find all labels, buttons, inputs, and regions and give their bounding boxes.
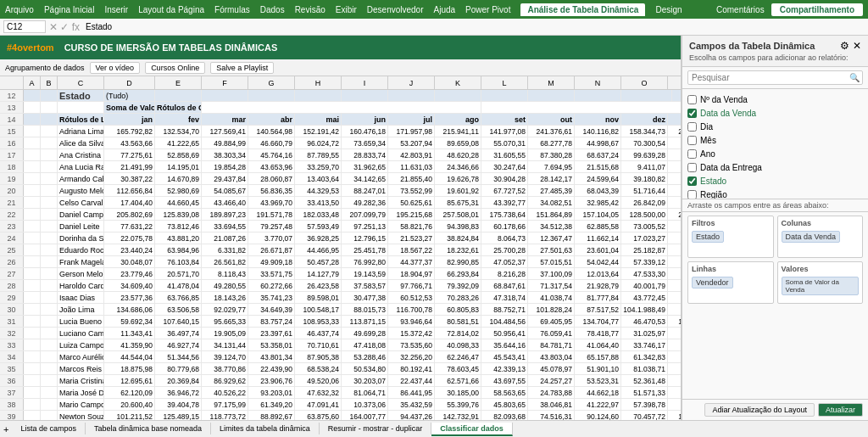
value-cell: 11.662,14: [575, 233, 621, 244]
formula-divider: ✕ ✓ fx: [49, 21, 80, 33]
value-cell: 50.457,28: [295, 256, 342, 267]
field-checkbox[interactable]: [687, 190, 697, 199]
sheet-tab[interactable]: Resumir - mostrar - duplicar: [320, 423, 432, 434]
ver-video-btn[interactable]: Ver o vídeo: [90, 62, 141, 74]
row-num: 20: [0, 185, 24, 196]
cursos-online-btn[interactable]: Cursos Online: [145, 62, 205, 74]
sheet-tab[interactable]: Classificar dados: [431, 423, 513, 436]
field-checkbox[interactable]: [687, 176, 697, 186]
field-list-items: Nº da VendaData da VendaDiaMêsAnoData da…: [687, 92, 863, 199]
comments-button[interactable]: Comentários: [716, 5, 765, 14]
cell: [41, 256, 58, 267]
sheet-tab[interactable]: Limites da tabela dinâmica: [211, 423, 320, 434]
columns-tag[interactable]: Data da Venda: [782, 231, 841, 243]
cell: [41, 363, 58, 374]
value-cell: 697.501,07: [668, 387, 681, 398]
menu-revisao[interactable]: Revisão: [295, 5, 326, 14]
rows-area[interactable]: Linhas Vendedor: [687, 261, 774, 304]
value-cell: 118.773,72: [202, 411, 248, 420]
table-row: 32Luciano Camargo11.343,4136.497,7419.90…: [0, 328, 681, 339]
menu-power-pivot[interactable]: Power Pivot: [465, 5, 510, 14]
table-row: 28Haroldo Cardoso34.609,4041.478,0449.28…: [0, 280, 681, 292]
cell[interactable]: [41, 90, 58, 101]
field-checkbox[interactable]: [687, 149, 697, 159]
columns-area[interactable]: Colunas Data da Venda: [777, 216, 864, 258]
salve-playlist-btn[interactable]: Salve a Playlist: [210, 62, 274, 74]
menu-inserir[interactable]: Inserir: [104, 5, 128, 14]
settings-icon[interactable]: ⚙: [840, 40, 849, 52]
menu-arquivo[interactable]: Arquivo: [5, 5, 34, 14]
menu-ajuda[interactable]: Ajuda: [434, 5, 456, 14]
value-cell: 73.005,52: [621, 221, 668, 232]
value-cell: 79.392,09: [435, 280, 481, 291]
value-cell: 100.548,17: [295, 304, 342, 315]
value-cell: 39.180,82: [621, 173, 668, 184]
share-button[interactable]: Compartilhamento: [771, 3, 863, 16]
value-cell: 14.670,89: [155, 173, 202, 184]
value-cell: 77.275,61: [104, 149, 155, 160]
value-cell: 20.571,70: [155, 268, 202, 279]
menu-formulas[interactable]: Fórmulas: [214, 5, 250, 14]
value-cell: 307.596,19: [668, 268, 681, 279]
vendor-name-cell: Marcos Reis: [58, 363, 104, 374]
value-cell: 141.977,08: [481, 126, 528, 137]
vendor-name-cell: Luciano Camargo: [58, 328, 104, 339]
value-cell: 82.093,68: [481, 411, 528, 420]
field-checkbox[interactable]: [687, 109, 697, 118]
value-cell: 49.282,36: [342, 197, 388, 208]
field-item[interactable]: Data da Venda: [687, 106, 863, 120]
value-cell: 611.951,46: [668, 256, 681, 267]
add-sheet-btn[interactable]: +: [0, 424, 12, 434]
field-item[interactable]: Estado: [687, 174, 863, 188]
values-tag[interactable]: Soma de Valor da Venda: [782, 277, 860, 295]
field-item[interactable]: Data da Entrega: [687, 160, 863, 174]
menu-dados[interactable]: Dados: [260, 5, 285, 14]
value-cell: 43.697,55: [481, 375, 528, 386]
filters-tag[interactable]: Estado: [692, 231, 724, 243]
filters-area[interactable]: Filtros Estado: [687, 216, 774, 258]
menu-pagina-inicial[interactable]: Página Inicial: [44, 5, 94, 14]
close-icon[interactable]: ✕: [853, 40, 861, 52]
table-row: 15Adriana Lima165.792,82132.534,70127.56…: [0, 126, 681, 137]
cell[interactable]: [24, 90, 41, 101]
rows-tag[interactable]: Vendedor: [692, 277, 733, 289]
values-area[interactable]: Valores Soma de Valor da Venda: [777, 261, 864, 304]
menu-desenvolvedor[interactable]: Desenvolvedor: [367, 5, 424, 14]
value-cell: 97.766,71: [388, 280, 435, 291]
value-cell: 70.300,54: [621, 137, 668, 148]
cell-reference-input[interactable]: [3, 20, 46, 33]
field-item[interactable]: Região: [687, 188, 863, 199]
update-btn[interactable]: Atualizar: [818, 403, 863, 417]
field-list: Nº da VendaData da VendaDiaMêsAnoData da…: [682, 89, 868, 199]
field-item[interactable]: Dia: [687, 120, 863, 133]
value-cell: 27.501,63: [528, 244, 575, 255]
menu-design[interactable]: Design: [655, 5, 682, 14]
sheet-tab[interactable]: Tabela dinâmica base nomeada: [86, 423, 211, 434]
panel-search: 🔍: [682, 67, 868, 89]
field-checkbox[interactable]: [687, 163, 697, 172]
field-checkbox[interactable]: [687, 136, 697, 145]
field-item[interactable]: Nº da Venda: [687, 92, 863, 106]
cell: [481, 90, 528, 101]
field-checkbox[interactable]: [687, 122, 697, 132]
value-cell: 70.457,72: [621, 411, 668, 420]
menu-analise[interactable]: Análise de Tabela Dinâmica: [520, 3, 645, 16]
field-item[interactable]: Mês: [687, 133, 863, 147]
value-cell: 24.346,66: [435, 161, 481, 172]
defer-update-btn[interactable]: Adiar Atualização do Layout: [704, 403, 815, 417]
value-cell: 73.552,99: [388, 185, 435, 196]
sheet-tab[interactable]: Lista de campos: [12, 423, 86, 434]
cell: [24, 149, 41, 160]
value-cell: 736.842,76: [668, 221, 681, 232]
estado-value[interactable]: (Tudo): [104, 90, 155, 101]
field-checkbox[interactable]: [687, 95, 697, 104]
formula-input[interactable]: [83, 21, 865, 32]
field-search-input[interactable]: [687, 70, 863, 85]
value-cell: 57.339,12: [621, 256, 668, 267]
value-cell: 34.131,44: [202, 339, 248, 350]
value-cell: 42.339,13: [481, 363, 528, 374]
menu-exibir[interactable]: Exibir: [336, 5, 357, 14]
field-item[interactable]: Ano: [687, 147, 863, 160]
value-cell: 112.656,84: [104, 185, 155, 196]
menu-layout[interactable]: Layout da Página: [138, 5, 204, 14]
